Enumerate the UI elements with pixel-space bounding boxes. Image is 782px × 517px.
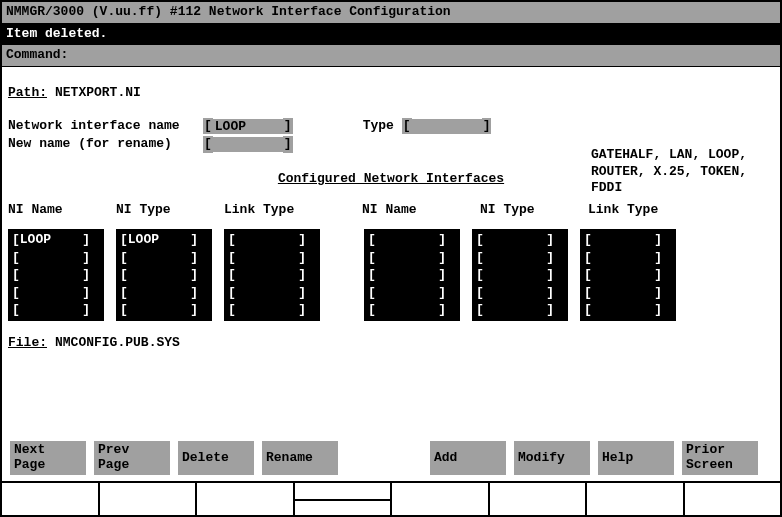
box: [685, 483, 781, 515]
table-cell[interactable]: [ ]: [228, 249, 316, 267]
fn-rename[interactable]: Rename: [262, 441, 338, 475]
col-link-type: Link Type: [224, 202, 362, 219]
table-cell[interactable]: [ ]: [120, 301, 208, 319]
table-cell[interactable]: [ ]: [120, 284, 208, 302]
type-help-line: GATEHALF, LAN, LOOP,: [591, 147, 766, 164]
col-ni-type: NI Type: [116, 202, 224, 219]
ni-name-label: Network interface name: [8, 118, 203, 135]
path-label: Path:: [8, 85, 47, 102]
box: [2, 483, 100, 515]
title-bar: NMMGR/3000 (V.uu.ff) #112 Network Interf…: [2, 2, 780, 24]
table-cell[interactable]: [ ]: [12, 301, 100, 319]
table-cell[interactable]: [ ]: [584, 266, 672, 284]
col-ni-name: NI Name: [362, 202, 480, 219]
col-ni-name: NI Name: [8, 202, 116, 219]
col-ni-type-data: [LOOP ] [ ] [ ] [ ] [ ]: [116, 229, 212, 321]
bracket: [: [203, 118, 213, 135]
fn-help[interactable]: Help: [598, 441, 674, 475]
table-cell[interactable]: [LOOP ]: [120, 231, 208, 249]
bracket: ]: [482, 118, 492, 135]
type-help: GATEHALF, LAN, LOOP, ROUTER, X.25, TOKEN…: [591, 147, 766, 198]
table-cell[interactable]: [ ]: [120, 249, 208, 267]
table-cell[interactable]: [ ]: [584, 231, 672, 249]
bracket: ]: [283, 136, 293, 153]
table-cell[interactable]: [ ]: [12, 284, 100, 302]
fn-prior-screen[interactable]: Prior Screen: [682, 441, 758, 475]
grid-right: [ ] [ ] [ ] [ ] [ ] [ ] [ ] [ ] [ ]: [364, 229, 676, 321]
grid-left: [LOOP ] [ ] [ ] [ ] [ ] [LOOP ] [ ] [ ] …: [8, 229, 320, 321]
fn-modify[interactable]: Modify: [514, 441, 590, 475]
type-input[interactable]: [412, 119, 482, 134]
box: [100, 483, 198, 515]
file-label: File:: [8, 335, 47, 352]
type-help-line: ROUTER, X.25, TOKEN,: [591, 164, 766, 181]
table-cell[interactable]: [ ]: [368, 231, 456, 249]
status-text: Item deleted.: [6, 26, 107, 41]
table-cell[interactable]: [ ]: [476, 266, 564, 284]
main-area: Path: NETXPORT.NI GATEHALF, LAN, LOOP, R…: [2, 67, 780, 358]
fn-spacer: [346, 441, 422, 475]
table-cell[interactable]: [ ]: [584, 249, 672, 267]
col-ni-name-data: [ ] [ ] [ ] [ ] [ ]: [364, 229, 460, 321]
column-headers: NI Name NI Type Link Type NI Name NI Typ…: [8, 202, 774, 219]
bracket: ]: [283, 118, 293, 135]
configured-table: NI Name NI Type Link Type NI Name NI Typ…: [8, 202, 774, 321]
table-cell[interactable]: [ ]: [228, 231, 316, 249]
path-value: NETXPORT.NI: [55, 85, 141, 102]
ni-name-input[interactable]: [213, 119, 283, 134]
table-cell[interactable]: [ ]: [368, 301, 456, 319]
col-link-type-data: [ ] [ ] [ ] [ ] [ ]: [224, 229, 320, 321]
table-cell[interactable]: [ ]: [120, 266, 208, 284]
bracket: [: [402, 118, 412, 135]
box: [392, 483, 490, 515]
file-value: NMCONFIG.PUB.SYS: [55, 335, 180, 352]
table-cell[interactable]: [LOOP ]: [12, 231, 100, 249]
command-label: Command:: [6, 47, 68, 62]
table-cell[interactable]: [ ]: [228, 284, 316, 302]
type-label: Type: [363, 118, 394, 135]
col-ni-name-data: [LOOP ] [ ] [ ] [ ] [ ]: [8, 229, 104, 321]
table-cell[interactable]: [ ]: [12, 249, 100, 267]
table-cell[interactable]: [ ]: [368, 284, 456, 302]
col-ni-type: NI Type: [480, 202, 588, 219]
table-cell[interactable]: [ ]: [368, 249, 456, 267]
table-cell[interactable]: [ ]: [476, 301, 564, 319]
fn-delete[interactable]: Delete: [178, 441, 254, 475]
bracket: [: [203, 136, 213, 153]
table-cell[interactable]: [ ]: [12, 266, 100, 284]
table-cell[interactable]: [ ]: [228, 266, 316, 284]
box: [197, 483, 295, 515]
table-cell[interactable]: [ ]: [476, 231, 564, 249]
table-cell[interactable]: [ ]: [584, 284, 672, 302]
table-cell[interactable]: [ ]: [228, 301, 316, 319]
new-name-label: New name (for rename): [8, 136, 203, 153]
fn-prev-page[interactable]: Prev Page: [94, 441, 170, 475]
table-cell[interactable]: [ ]: [476, 284, 564, 302]
window-title: NMMGR/3000 (V.uu.ff) #112 Network Interf…: [6, 4, 451, 19]
col-link-type: Link Type: [588, 202, 698, 219]
table-cell[interactable]: [ ]: [584, 301, 672, 319]
type-help-line: FDDI: [591, 180, 766, 197]
function-keys: Next Page Prev Page Delete Rename Add Mo…: [4, 439, 778, 477]
bottom-boxes: [2, 481, 780, 515]
new-name-input[interactable]: [213, 137, 283, 152]
command-bar[interactable]: Command:: [2, 45, 780, 67]
table-cell[interactable]: [ ]: [368, 266, 456, 284]
fn-add[interactable]: Add: [430, 441, 506, 475]
box: [490, 483, 588, 515]
fn-next-page[interactable]: Next Page: [10, 441, 86, 475]
box: [587, 483, 685, 515]
box: [295, 483, 393, 515]
col-ni-type-data: [ ] [ ] [ ] [ ] [ ]: [472, 229, 568, 321]
col-link-type-data: [ ] [ ] [ ] [ ] [ ]: [580, 229, 676, 321]
table-cell[interactable]: [ ]: [476, 249, 564, 267]
status-bar: Item deleted.: [2, 24, 780, 45]
